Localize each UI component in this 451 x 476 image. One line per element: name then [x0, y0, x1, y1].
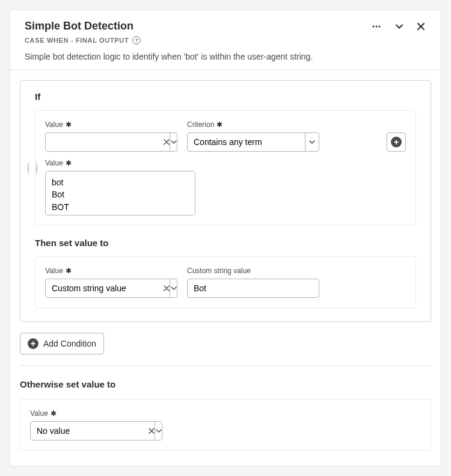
svg-point-0 [373, 26, 375, 28]
add-condition-label: Add Condition [43, 339, 96, 348]
then-value-label: Value ✱ [45, 267, 177, 275]
if-inner-block: ⋮⋮⋮⋮⋮⋮ Value ✱ [35, 110, 416, 226]
x-icon [164, 139, 170, 145]
panel-subtitle: CASE WHEN - FINAL OUTPUT [25, 37, 129, 44]
otherwise-block: Value ✱ [20, 399, 431, 451]
more-icon [371, 21, 382, 32]
x-icon [164, 285, 170, 291]
x-icon [149, 428, 155, 434]
more-actions-button[interactable] [370, 20, 383, 33]
chevron-down-icon [156, 428, 162, 434]
required-asterisk: ✱ [66, 159, 72, 167]
terms-textarea[interactable] [45, 171, 195, 215]
then-value-input[interactable] [46, 279, 163, 297]
required-asterisk: ✱ [51, 409, 57, 418]
clear-button[interactable] [163, 279, 170, 297]
otherwise-value-label: Value ✱ [30, 409, 162, 418]
otherwise-label: Otherwise set value to [20, 379, 431, 389]
chevron-down-icon [171, 285, 177, 291]
close-icon [417, 22, 425, 31]
help-icon[interactable]: ? [132, 36, 141, 45]
otherwise-value-input[interactable] [31, 422, 148, 440]
then-label: Then set value to [35, 238, 416, 248]
panel-body: If ⋮⋮⋮⋮⋮⋮ Value ✱ [10, 70, 441, 460]
panel-title: Simple Bot Detection [25, 20, 141, 32]
then-inner-block: Value ✱ [35, 256, 416, 308]
required-asterisk: ✱ [66, 267, 72, 275]
if-value-input[interactable] [46, 133, 163, 151]
dropdown-button[interactable] [170, 279, 177, 297]
terms-label: Value ✱ [45, 159, 406, 167]
custom-string-input[interactable] [187, 279, 319, 298]
chevron-down-icon [395, 22, 403, 31]
custom-string-label: Custom string value [187, 267, 319, 275]
clear-button[interactable] [148, 422, 155, 440]
if-value-label: Value ✱ [45, 120, 177, 129]
otherwise-value-combobox[interactable] [30, 421, 162, 440]
criterion-input[interactable] [188, 133, 305, 151]
then-section: Then set value to Value ✱ [35, 238, 416, 308]
criterion-combobox[interactable] [187, 132, 319, 152]
drag-handle-icon[interactable]: ⋮⋮⋮⋮⋮⋮ [25, 164, 41, 172]
criterion-label: Criterion ✱ [187, 120, 319, 129]
clear-button[interactable] [163, 133, 170, 151]
plus-icon: + [391, 137, 402, 147]
panel-description: Simple bot detection logic to identify w… [25, 52, 426, 61]
chevron-down-icon [171, 139, 177, 145]
add-condition-button[interactable]: + Add Condition [20, 333, 104, 354]
if-value-combobox[interactable] [45, 132, 177, 152]
derived-field-panel: Simple Bot Detection CASE WHEN - FINAL O… [10, 10, 441, 466]
then-value-combobox[interactable] [45, 279, 177, 298]
panel-header: Simple Bot Detection CASE WHEN - FINAL O… [10, 10, 441, 70]
plus-icon: + [28, 338, 38, 349]
dropdown-button[interactable] [155, 422, 162, 440]
dropdown-button[interactable] [170, 133, 177, 151]
chevron-down-icon [309, 139, 315, 145]
dropdown-button[interactable] [305, 133, 319, 151]
collapse-button[interactable] [394, 21, 405, 32]
if-label: If [35, 91, 416, 102]
add-criterion-button[interactable]: + [387, 132, 406, 152]
svg-point-2 [379, 26, 381, 28]
condition-block: If ⋮⋮⋮⋮⋮⋮ Value ✱ [20, 80, 431, 322]
required-asterisk: ✱ [66, 120, 72, 129]
required-asterisk: ✱ [216, 120, 222, 129]
close-button[interactable] [416, 21, 426, 32]
divider [20, 365, 431, 366]
svg-point-1 [376, 26, 378, 28]
